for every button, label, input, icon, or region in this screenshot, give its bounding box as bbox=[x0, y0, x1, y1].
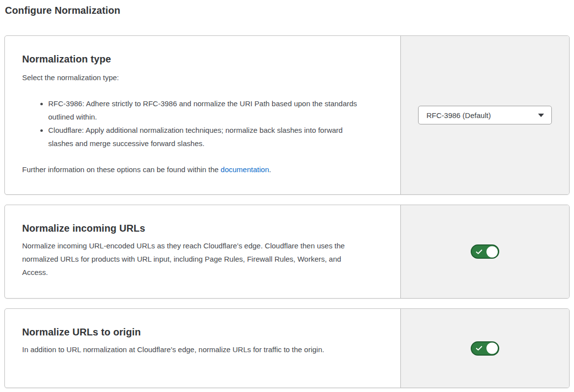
card-description: Normalize incoming URL-encoded URLs as t… bbox=[22, 239, 366, 279]
documentation-link[interactable]: documentation bbox=[221, 165, 269, 174]
toggle-knob bbox=[486, 246, 498, 257]
settings-card-list: Normalization type Select the normalizat… bbox=[4, 35, 570, 388]
normalize-incoming-urls-toggle[interactable] bbox=[471, 244, 499, 259]
card-heading: Normalize incoming URLs bbox=[22, 223, 378, 234]
card-normalization-type-content: Normalization type Select the normalizat… bbox=[5, 36, 400, 194]
card-normalize-urls-to-origin: Normalize URLs to origin In addition to … bbox=[4, 308, 570, 388]
footer-text-prefix: Further information on these options can… bbox=[22, 165, 221, 174]
chevron-down-icon bbox=[538, 114, 544, 117]
normalize-urls-to-origin-toggle[interactable] bbox=[471, 341, 499, 356]
card-heading: Normalize URLs to origin bbox=[22, 327, 378, 338]
toggle-knob bbox=[486, 343, 498, 354]
card-side-panel: RFC-3986 (Default) bbox=[400, 36, 569, 194]
select-selected-value: RFC-3986 (Default) bbox=[426, 111, 538, 120]
list-item: RFC-3986: Adhere strictly to RFC-3986 an… bbox=[48, 97, 366, 123]
card-normalize-urls-to-origin-content: Normalize URLs to origin In addition to … bbox=[5, 309, 400, 388]
page-title: Configure Normalization bbox=[5, 5, 570, 16]
normalization-options-list: RFC-3986: Adhere strictly to RFC-3986 an… bbox=[22, 97, 366, 150]
card-heading: Normalization type bbox=[22, 54, 378, 65]
normalization-type-select[interactable]: RFC-3986 (Default) bbox=[418, 106, 552, 124]
card-footer-text: Further information on these options can… bbox=[22, 163, 378, 176]
card-description: In addition to URL normalization at Clou… bbox=[22, 343, 366, 356]
card-side-panel bbox=[400, 309, 569, 388]
card-normalize-incoming-urls: Normalize incoming URLs Normalize incomi… bbox=[4, 205, 570, 299]
card-intro-text: Select the normalization type: bbox=[22, 71, 378, 84]
footer-text-suffix: . bbox=[269, 165, 271, 174]
list-item: Cloudflare: Apply additional normalizati… bbox=[48, 123, 366, 150]
card-normalize-incoming-urls-content: Normalize incoming URLs Normalize incomi… bbox=[5, 205, 400, 298]
card-normalization-type: Normalization type Select the normalizat… bbox=[4, 35, 570, 195]
card-side-panel bbox=[400, 205, 569, 298]
check-icon bbox=[476, 248, 483, 255]
check-icon bbox=[476, 345, 483, 352]
